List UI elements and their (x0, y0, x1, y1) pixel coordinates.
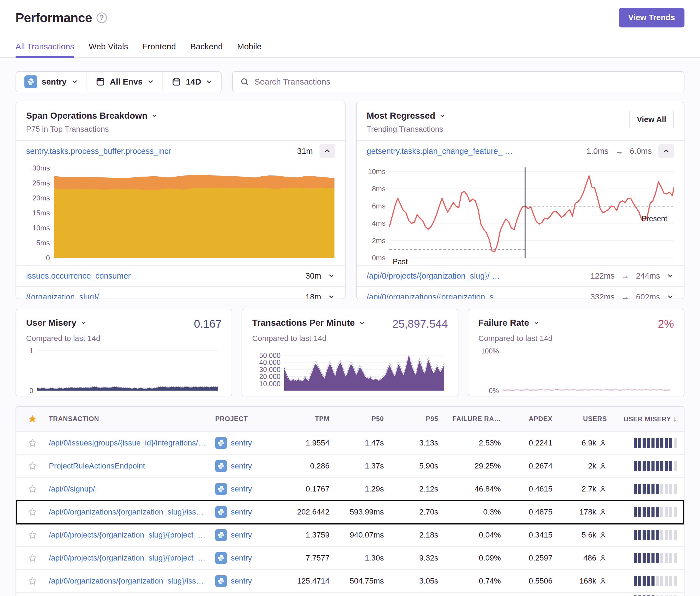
apdex-value: 0.4875 (501, 508, 552, 516)
python-project-icon (215, 529, 227, 541)
chevron-down-icon[interactable] (533, 320, 540, 326)
regressed-card-title[interactable]: Most Regressed (367, 111, 435, 121)
chevron-down-icon (205, 78, 213, 85)
tab-mobile[interactable]: Mobile (237, 42, 261, 57)
col-apdex[interactable]: APDEX (501, 415, 552, 423)
table-row[interactable]: /api/0/projects/{organization_slug}/{pro… (16, 547, 684, 570)
tab-backend[interactable]: Backend (190, 42, 223, 57)
user-icon (599, 531, 607, 539)
environment-filter[interactable]: All Envs (86, 72, 162, 92)
project-link[interactable]: sentry (215, 552, 278, 564)
table-row[interactable]: /api/0/issues|groups/{issue_id}/integrat… (16, 432, 684, 455)
star-outline-icon[interactable] (23, 507, 42, 517)
span-area-chart (54, 166, 334, 258)
project-link[interactable]: sentry (215, 460, 278, 472)
project-link[interactable]: sentry (215, 483, 278, 495)
transaction-link[interactable]: ProjectRuleActionsEndpoint (42, 462, 215, 470)
chevron-down-icon[interactable] (151, 112, 158, 119)
users-value: 178k (552, 508, 607, 516)
table-row[interactable]: /api/0/organizations/{organization_slug}… (16, 570, 684, 593)
col-transaction[interactable]: TRANSACTION (42, 415, 215, 423)
project-link[interactable]: sentry (215, 437, 278, 449)
project-link[interactable]: sentry (215, 529, 278, 541)
user-misery-value: 0.167 (194, 318, 222, 330)
star-outline-icon[interactable] (23, 484, 42, 494)
tpm-value: 25,897.544 (392, 318, 448, 330)
environment-icon (95, 77, 105, 87)
user-misery-title[interactable]: User Misery (26, 318, 76, 328)
expand-button[interactable] (667, 293, 674, 299)
col-p95[interactable]: P95 (384, 415, 438, 423)
table-row[interactable]: ProjectRuleActionsEndpoint sentry 0.286 … (16, 455, 684, 477)
table-row[interactable]: /api/0/signup/ sentry 0.1767 1.29s 2.12s… (16, 477, 684, 501)
table-row[interactable] (16, 593, 684, 596)
star-outline-icon[interactable] (23, 438, 42, 448)
transaction-link[interactable]: /api/0/issues|groups/{issue_id}/integrat… (42, 439, 215, 447)
col-project[interactable]: PROJECT (215, 415, 278, 423)
chevron-down-icon[interactable] (80, 320, 87, 326)
collapse-button[interactable] (658, 144, 674, 158)
user-misery-subtitle: Compared to last 14d (26, 334, 222, 343)
failure-rate-value: 0.09% (438, 553, 501, 563)
tab-all-transactions[interactable]: All Transactions (16, 42, 74, 57)
regressed-txn-link[interactable]: /api/0/projects/{organization_slug}/ … (367, 271, 584, 281)
col-users[interactable]: USERS (552, 415, 607, 423)
star-outline-icon[interactable] (23, 576, 42, 586)
regressed-txn-link[interactable]: getsentry.tasks.plan_change_feature_ … (367, 147, 580, 156)
project-filter[interactable]: sentry (16, 72, 86, 92)
table-row[interactable]: /api/0/projects/{organization_slug}/{pro… (16, 524, 684, 547)
chevron-down-icon[interactable] (439, 112, 446, 119)
failure-rate-card: Failure Rate 2% Compared to last 14d 100… (468, 309, 684, 396)
expand-button[interactable] (328, 272, 335, 279)
project-filter-label: sentry (42, 77, 67, 86)
view-trends-button[interactable]: View Trends (619, 8, 684, 27)
expand-button[interactable] (328, 293, 335, 299)
user-misery-card: User Misery 0.167 Compared to last 14d 1… (16, 309, 232, 396)
failure-rate-title[interactable]: Failure Rate (478, 318, 529, 328)
regressed-to-value: 244ms (636, 271, 660, 281)
chevron-up-icon (662, 148, 670, 155)
transaction-link[interactable]: /api/0/projects/{organization_slug}/{pro… (42, 530, 215, 540)
star-filled-icon[interactable] (23, 414, 42, 423)
help-icon[interactable]: ? (97, 12, 107, 23)
transaction-link[interactable]: /api/0/signup/ (42, 485, 215, 493)
span-op-link[interactable]: /{organization_slug}/ (26, 292, 299, 300)
p95-value: 2.70s (384, 508, 438, 516)
transaction-link[interactable]: /api/0/projects/{organization_slug}/{pro… (42, 553, 215, 563)
transaction-link[interactable]: /api/0/organizations/{organization_slug}… (42, 508, 215, 516)
python-project-icon (215, 460, 227, 472)
failure-rate-value: 29.25% (438, 462, 501, 470)
project-link[interactable]: sentry (215, 575, 278, 587)
span-op-link[interactable]: issues.occurrence_consumer (26, 271, 299, 281)
tab-frontend[interactable]: Frontend (143, 42, 176, 57)
star-outline-icon[interactable] (23, 553, 42, 563)
search-input[interactable] (254, 77, 677, 86)
view-all-button[interactable]: View All (629, 111, 674, 128)
user-icon (599, 577, 607, 585)
failure-rate-value: 2% (658, 318, 674, 330)
p50-value: 593.99ms (329, 508, 384, 516)
table-row[interactable]: /api/0/organizations/{organization_slug}… (16, 501, 684, 524)
col-p50[interactable]: P50 (329, 415, 384, 423)
col-failure-rate[interactable]: FAILURE RA… (438, 415, 501, 423)
expand-button[interactable] (667, 272, 674, 279)
star-outline-icon[interactable] (23, 461, 42, 471)
regressed-row: /api/0/organizations/{organization_s … 3… (357, 286, 684, 299)
chevron-down-icon[interactable] (358, 320, 365, 326)
date-range-filter[interactable]: 14D (162, 72, 221, 92)
span-card-title[interactable]: Span Operations Breakdown (26, 111, 147, 121)
collapse-button[interactable] (320, 144, 335, 158)
col-user-misery[interactable]: USER MISERY ↓ (607, 415, 677, 423)
span-op-link[interactable]: sentry.tasks.process_buffer.process_incr (26, 147, 291, 156)
regressed-txn-link[interactable]: /api/0/organizations/{organization_s … (367, 292, 584, 300)
failure-rate-value: 0.3% (438, 508, 501, 516)
star-outline-icon[interactable] (23, 530, 42, 540)
project-link[interactable]: sentry (215, 506, 278, 518)
tab-web-vitals[interactable]: Web Vitals (89, 42, 128, 57)
col-tpm[interactable]: TPM (278, 415, 329, 423)
chevron-down-icon (667, 293, 674, 299)
transaction-link[interactable]: /api/0/organizations/{organization_slug}… (42, 577, 215, 586)
failure-rate-value: 0.74% (438, 577, 501, 586)
regression-chart-y-axis: 10ms8ms6ms4ms2ms0ms (367, 166, 390, 258)
tpm-title[interactable]: Transactions Per Minute (252, 318, 355, 328)
